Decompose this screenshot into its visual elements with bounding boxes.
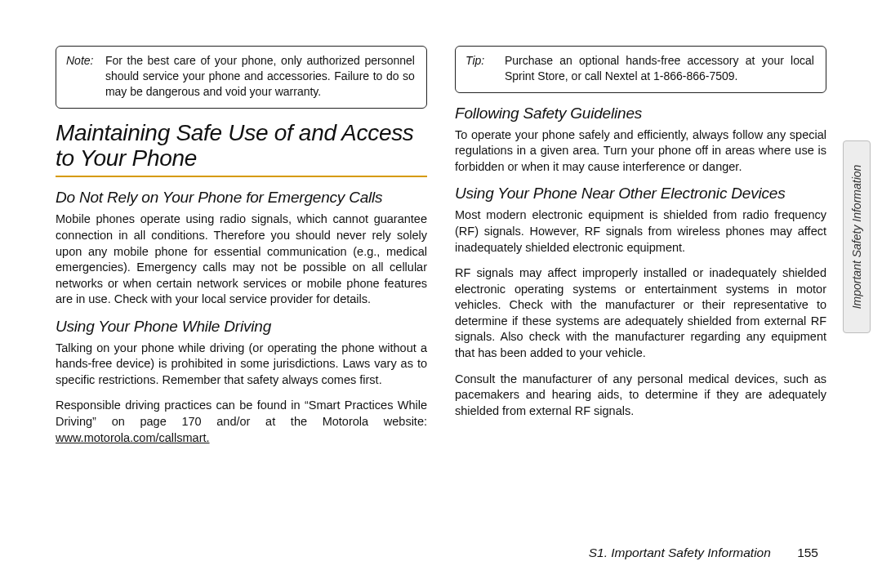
side-tab[interactable]: Important Safety Information — [843, 140, 871, 333]
tip-label: Tip: — [466, 53, 501, 69]
note-box: Note: For the best care of your phone, o… — [56, 46, 427, 109]
note-label: Note: — [66, 53, 102, 69]
para-emergency: Mobile phones operate using radio signal… — [56, 212, 427, 307]
page-number: 155 — [797, 546, 818, 559]
page-footer: S1. Important Safety Information 155 — [589, 546, 818, 560]
subheading-guidelines: Following Safety Guidelines — [455, 105, 826, 122]
para-driving-1: Talking on your phone while driving (or … — [56, 341, 427, 389]
main-heading: Maintaining Safe Use of and Access to Yo… — [56, 120, 427, 172]
right-column: Tip: Purchase an optional hands-free acc… — [455, 46, 826, 564]
para-driving-2a: Responsible driving practices can be fou… — [56, 399, 427, 428]
para-driving-2: Responsible driving practices can be fou… — [56, 398, 427, 446]
subheading-electronics: Using Your Phone Near Other Electronic D… — [455, 185, 826, 203]
subheading-driving: Using Your Phone While Driving — [56, 318, 427, 336]
page-content: Note: For the best care of your phone, o… — [0, 0, 882, 588]
heading-rule — [56, 176, 427, 177]
para-electronics-3: Consult the manufacturer of any personal… — [455, 372, 826, 420]
tip-box: Tip: Purchase an optional hands-free acc… — [455, 46, 826, 93]
tip-body: Purchase an optional hands-free accessor… — [505, 53, 814, 84]
para-electronics-2: RF signals may affect improperly install… — [455, 265, 826, 361]
left-column: Note: For the best care of your phone, o… — [56, 46, 427, 564]
subheading-emergency: Do Not Rely on Your Phone for Emergency … — [56, 189, 427, 207]
para-electronics-1: Most modern electronic equipment is shie… — [455, 207, 826, 256]
side-tab-label: Important Safety Information — [850, 165, 863, 310]
callsmart-link[interactable]: www.motorola.com/callsmart. — [56, 431, 210, 444]
para-guidelines: To operate your phone safely and efficie… — [455, 127, 826, 176]
note-body: For the best care of your phone, only au… — [105, 53, 415, 100]
footer-section: S1. Important Safety Information — [589, 546, 771, 559]
